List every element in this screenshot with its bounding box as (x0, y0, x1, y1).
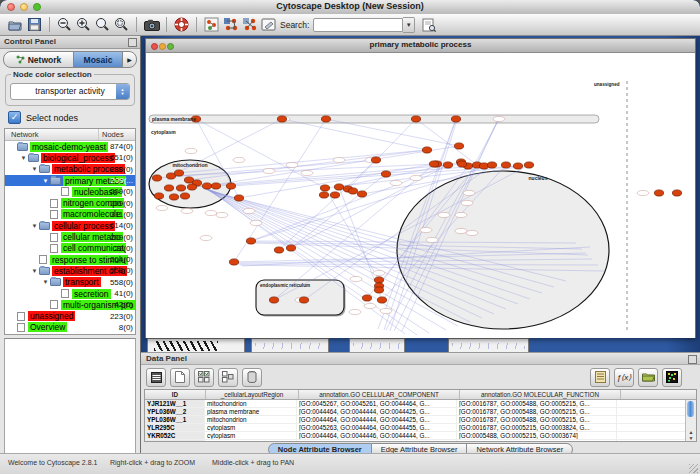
tree-row[interactable]: ▼primary metabo209(... (5, 175, 135, 186)
table-cell[interactable]: [GO:0016787, GO:0005215, GO:0003824, G..… (457, 424, 617, 431)
table-cell[interactable]: [GO:0016787, GO:0005488, GO:0005215, G..… (457, 416, 617, 423)
network-graph[interactable]: plasma membranecytoplasmmitochondrionnuc… (146, 53, 695, 338)
table-row[interactable]: YKR052Ccytoplasm[GO:0044464, GO:0044446,… (145, 432, 696, 440)
table-cell[interactable]: [GO:0045267, GO:0045261, GO:0044464, G..… (297, 400, 457, 407)
first-neighbors-icon[interactable] (221, 16, 240, 34)
birds-eye-view-panel[interactable] (4, 338, 136, 454)
help-lifesaver-icon[interactable] (172, 16, 191, 34)
resize-grip[interactable] (689, 464, 698, 473)
table-cell[interactable]: [GO:0044464, GO:0044444, GO:0044425, G..… (297, 408, 457, 415)
table-cell[interactable]: plasma membrane (205, 408, 297, 415)
tree-row[interactable]: Overview8(0) (5, 322, 135, 333)
table-cell[interactable]: [GO:0016787, GO:0005488, GO:0005215, G..… (457, 408, 617, 415)
tree-node-label[interactable]: cellular process (52, 221, 115, 231)
table-cell[interactable]: [GO:0045263, GO:0044464, GO:0044455, G..… (297, 424, 457, 431)
tree-row[interactable]: unassigned223(0) (5, 310, 135, 321)
tree-row[interactable]: ▼transport558(0) (5, 277, 135, 288)
network-canvas[interactable]: plasma membranecytoplasmmitochondrionnuc… (146, 53, 695, 338)
table-cell[interactable]: mitochondrion (205, 400, 297, 407)
zoom-out-icon[interactable] (55, 16, 74, 34)
select-attributes-icon[interactable] (146, 368, 166, 387)
search-dropdown-icon[interactable]: ▼ (403, 17, 415, 33)
table-cell[interactable]: [GO:0016787, GO:0005488, GO:0005215, G..… (457, 440, 617, 442)
column-header[interactable]: ID (145, 390, 206, 399)
heatmap-matrix-icon[interactable] (662, 368, 682, 387)
table-row[interactable]: YPL036W__2plasma membrane[GO:0044464, GO… (145, 408, 696, 416)
table-row[interactable]: YPL036W__1mitochondrion[GO:0044464, GO:0… (145, 416, 696, 424)
delete-attribute-icon[interactable] (242, 368, 262, 387)
tab-mosaic[interactable]: Mosaic (73, 52, 123, 67)
tree-row[interactable]: secretion41(0) (5, 288, 135, 299)
scrollbar-thumb[interactable] (687, 401, 694, 417)
tree-column-nodes[interactable]: Nodes (102, 129, 124, 140)
tree-node-label[interactable]: mosaic-demo-yeast (30, 142, 108, 152)
background-window-fragment[interactable] (349, 338, 405, 352)
column-header[interactable]: annotation.GO MOLECULAR_FUNCTION (460, 390, 621, 399)
background-window-fragment[interactable] (448, 338, 529, 352)
network-window-titlebar[interactable]: primary metabolic process (146, 39, 695, 53)
table-cell[interactable]: YLR295C (145, 424, 205, 431)
tree-expand-icon[interactable]: ▼ (30, 166, 39, 172)
zoom-in-icon[interactable] (74, 16, 93, 34)
select-all-attributes-icon[interactable] (194, 368, 214, 387)
tree-expand-icon[interactable]: ▼ (19, 155, 28, 161)
table-cell[interactable]: YPL036W__1 (145, 416, 205, 423)
table-row[interactable]: YJR121W__1mitochondrion[GO:0045267, GO:0… (145, 400, 696, 408)
background-window-fragment[interactable] (147, 338, 245, 352)
tree-node-label[interactable]: unassigned (28, 311, 75, 321)
tree-node-label[interactable]: Overview (28, 322, 67, 332)
table-cell[interactable]: [GO:0005488, GO:0005215, GO:0003674] (457, 432, 617, 439)
table-row[interactable]: YLR295Ccytoplasm[GO:0045263, GO:0044464,… (145, 424, 696, 432)
select-nodes-checkbox[interactable]: ✓ (8, 111, 21, 124)
function-builder-icon[interactable]: ƒ⟨x⟩ (614, 368, 634, 387)
table-cell[interactable]: YDR039C__1 (145, 440, 205, 442)
attribute-table-header[interactable]: ID_cellularLayoutRegionannotation.GO CEL… (145, 390, 696, 400)
tree-row[interactable]: ▼metabolic process280(0) (5, 164, 135, 175)
table-cell[interactable]: YJR121W__1 (145, 400, 205, 407)
tree-row[interactable]: ▼establishment of lo558(0) (5, 265, 135, 276)
tab-overflow-icon[interactable]: ▶ (123, 52, 136, 67)
tree-node-label[interactable]: secretion (72, 289, 111, 299)
search-config-icon[interactable] (419, 16, 438, 34)
annotation-icon[interactable] (259, 16, 278, 34)
tree-row[interactable]: multi-organism pro42(0) (5, 299, 135, 310)
tree-row[interactable]: mosaic-demo-yeast874(0) (5, 141, 135, 152)
table-vertical-scrollbar[interactable]: ▲▼ (685, 400, 696, 441)
table-row[interactable]: YDR039C__1mitochondrion[GO:0044464, GO:0… (145, 440, 696, 442)
tree-row[interactable]: cell communicat22(0) (5, 243, 135, 254)
tree-node-label[interactable]: biological_process (41, 153, 115, 163)
tree-expand-icon[interactable]: ▼ (30, 268, 39, 274)
background-window-fragment[interactable] (251, 338, 329, 352)
tree-expand-icon[interactable]: ▼ (41, 178, 50, 184)
table-cell[interactable]: YKR052C (145, 432, 205, 439)
tab-network[interactable]: Network (4, 52, 73, 67)
table-cell[interactable]: mitochondrion (205, 440, 297, 442)
tree-row[interactable]: nucleobase-209(0) (5, 186, 135, 197)
camera-snapshot-icon[interactable] (142, 16, 161, 34)
tree-row[interactable]: nitrogen compo209(0) (5, 197, 135, 208)
unselect-all-attributes-icon[interactable] (218, 368, 238, 387)
tree-column-network[interactable]: Network (11, 129, 39, 140)
tree-row[interactable]: ▼biological_process651(0) (5, 152, 135, 163)
table-cell[interactable]: [GO:0044464, GO:0044446, GO:0044444, G..… (297, 432, 457, 439)
zoom-fit-icon[interactable] (112, 16, 131, 34)
search-input[interactable] (313, 18, 403, 32)
table-cell[interactable]: YPL036W__2 (145, 408, 205, 415)
table-cell[interactable]: cytoplasm (205, 432, 297, 439)
open-file-icon[interactable] (6, 16, 25, 34)
float-panel-icon[interactable] (688, 355, 697, 364)
table-cell[interactable]: [GO:0044464, GO:0044444, GO:0044425, G..… (297, 440, 457, 442)
column-header[interactable]: _cellularLayoutRegion (206, 390, 299, 399)
node-color-combobox[interactable]: transporter activity ▲▼ (10, 83, 130, 100)
tree-row[interactable]: macromolecule311(0) (5, 209, 135, 220)
tree-node-label[interactable]: transport (63, 277, 101, 287)
tree-expand-icon[interactable]: ▼ (30, 223, 39, 229)
network-tree-header[interactable]: Network Nodes (5, 129, 135, 141)
table-cell[interactable]: mitochondrion (205, 416, 297, 423)
column-header[interactable]: annotation.GO CELLULAR_COMPONENT (299, 390, 460, 399)
hide-selected-icon[interactable] (240, 16, 259, 34)
select-nodes-icon[interactable] (202, 16, 221, 34)
zoom-selected-icon[interactable] (93, 16, 112, 34)
scrollbar-arrows-icon[interactable]: ▲▼ (686, 429, 696, 441)
table-cell[interactable]: [GO:0044464, GO:0044444, GO:0044425, G..… (297, 416, 457, 423)
